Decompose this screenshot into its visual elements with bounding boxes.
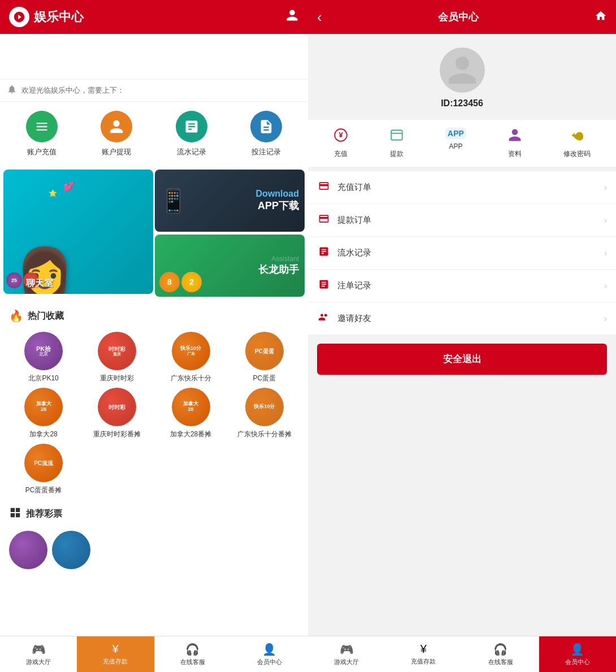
fire-icon: 🔥: [9, 309, 23, 323]
list-withdraw-order[interactable]: 提款订单 ›: [308, 204, 616, 237]
hot-section-title: 热门收藏: [28, 310, 64, 322]
right-nav-member[interactable]: 👤 会员中心: [539, 636, 616, 672]
right-nav-game-hall[interactable]: 🎮 游戏大厅: [308, 636, 385, 672]
right-content: ID:123456 ¥ 充值: [308, 34, 616, 636]
game-gd10-label: 广东快乐十分: [171, 374, 211, 383]
home-button[interactable]: [595, 10, 607, 25]
recommend-title: 推荐彩票: [26, 508, 62, 520]
flow-record-text: 流水记录: [337, 248, 597, 258]
recharge-nav-label: 充值存款: [103, 657, 128, 666]
game-sscq-label: 重庆时时彩: [100, 374, 134, 383]
qm-profile-label: 资料: [508, 149, 522, 159]
qm-password-icon: [570, 128, 584, 146]
flow-label: 流水记录: [177, 147, 206, 157]
game-pcegg[interactable]: PC蛋蛋 PC蛋蛋: [230, 332, 299, 383]
right-header: ‹ 会员中心: [308, 0, 616, 34]
right-recharge-nav-label: 充值存款: [411, 657, 436, 666]
notice-bar: 欢迎光临娱乐中心，需要上下：: [0, 79, 308, 102]
game-cqssc-pan-label: 重庆时时彩番摊: [93, 430, 141, 439]
recharge-order-icon: [317, 180, 331, 194]
right-member-label: 会员中心: [565, 658, 590, 666]
bet-label: 投注记录: [251, 147, 281, 157]
phone-graphic: 📱: [159, 188, 188, 214]
nav-member[interactable]: 👤 会员中心: [231, 636, 308, 672]
logo-text: 娱乐中心: [34, 8, 84, 25]
game-gd10-pan[interactable]: 快乐10分 广东快乐十分番摊: [230, 388, 299, 439]
nav-recharge[interactable]: ¥ 充值存款: [77, 636, 154, 672]
qm-withdraw-icon: [389, 128, 404, 146]
recommend-preview: [0, 526, 308, 574]
action-bet[interactable]: 投注记录: [250, 111, 282, 157]
game-cqssc-pan[interactable]: 时时彩 重庆时时彩番摊: [83, 388, 151, 439]
member-center-title: 会员中心: [438, 10, 479, 24]
qm-password-label: 修改密码: [563, 149, 591, 159]
right-nav-recharge[interactable]: ¥ 充值存款: [385, 636, 462, 672]
right-bottom-nav: 🎮 游戏大厅 ¥ 充值存款 🎧 在线客服 👤 会员中心: [308, 636, 616, 672]
list-recharge-order[interactable]: 充值订单 ›: [308, 171, 616, 204]
recharge-order-arrow: ›: [604, 183, 607, 193]
nav-service[interactable]: 🎧 在线客服: [154, 636, 231, 672]
game-jd28-pan[interactable]: 加拿大 28 加拿大28番摊: [157, 388, 225, 439]
user-id: ID:123456: [441, 98, 483, 109]
invite-text: 邀请好友: [337, 313, 597, 324]
qm-app[interactable]: APP APP: [445, 128, 466, 159]
game-pk10[interactable]: PK拾 北京 北京PK10: [9, 332, 78, 383]
flow-record-icon: [317, 246, 331, 260]
invite-arrow: ›: [604, 314, 607, 324]
promo-chatroom[interactable]: 👩 💕 ⭐ 25 11 聊天室: [3, 170, 153, 294]
withdraw-order-icon: [317, 213, 331, 227]
game-hall-icon: 🎮: [32, 643, 46, 656]
promo-download[interactable]: 📱 Download APP下载: [155, 170, 305, 232]
download-title-line2: APP下载: [256, 199, 299, 213]
qm-profile[interactable]: 资料: [507, 128, 522, 159]
rec-item-2[interactable]: [52, 531, 90, 569]
right-service-label: 在线客服: [488, 658, 513, 666]
service-icon: 🎧: [185, 643, 199, 656]
logout-button[interactable]: 安全退出: [317, 344, 607, 375]
member-label: 会员中心: [257, 658, 282, 666]
list-invite[interactable]: 邀请好友 ›: [308, 302, 616, 335]
qm-password[interactable]: 修改密码: [563, 128, 591, 159]
left-banner: [0, 34, 308, 79]
game-hall-label: 游戏大厅: [26, 658, 51, 666]
svg-rect-2: [391, 130, 402, 140]
action-flow[interactable]: 流水记录: [176, 111, 207, 157]
logo-icon: [9, 7, 29, 27]
notice-icon: [7, 84, 17, 97]
action-recharge[interactable]: 账户充值: [26, 111, 58, 157]
right-recharge-nav-icon: ¥: [420, 643, 427, 656]
service-label: 在线客服: [180, 658, 205, 666]
left-bottom-nav: 🎮 游戏大厅 ¥ 充值存款 🎧 在线客服 👤 会员中心: [0, 636, 308, 672]
right-game-hall-icon: 🎮: [340, 643, 354, 656]
right-screen: ‹ 会员中心 ID:123456: [308, 0, 616, 672]
nav-game-hall[interactable]: 🎮 游戏大厅: [0, 636, 77, 672]
game-sscq[interactable]: 时时彩 重庆 重庆时时彩: [83, 332, 151, 383]
promo-assistant[interactable]: 8 2 Assistant 长龙助手: [155, 235, 305, 297]
notice-text: 欢迎光临娱乐中心，需要上下：: [21, 85, 124, 96]
list-flow-record[interactable]: 流水记录 ›: [308, 237, 616, 270]
avatar-area: ID:123456: [308, 34, 616, 115]
qm-recharge[interactable]: ¥ 充值: [333, 128, 348, 159]
recharge-icon-bg: [26, 111, 58, 142]
game-jd28[interactable]: 加拿大 28 加拿大28: [9, 388, 78, 439]
right-nav-service[interactable]: 🎧 在线客服: [462, 636, 539, 672]
download-title-line1: Download: [256, 189, 299, 199]
qm-withdraw[interactable]: 提款: [389, 128, 404, 159]
left-screen: 娱乐中心 欢迎光临娱乐中心，需要上下：: [0, 0, 308, 672]
game-pcegg-pan[interactable]: PC流流 PC蛋蛋番摊: [9, 444, 78, 495]
action-withdraw[interactable]: 账户提现: [101, 111, 132, 157]
bet-record-text: 注单记录: [337, 280, 597, 291]
back-button[interactable]: ‹: [317, 8, 322, 26]
right-member-icon: 👤: [570, 643, 584, 656]
rec-item-1[interactable]: [9, 531, 47, 569]
right-service-icon: 🎧: [493, 643, 507, 656]
list-bet-record[interactable]: 注单记录 ›: [308, 270, 616, 302]
recommend-section: 推荐彩票: [0, 500, 308, 578]
qm-app-label: APP: [449, 142, 462, 150]
game-jd28-label: 加拿大28: [29, 430, 57, 439]
member-icon: 👤: [262, 643, 276, 656]
withdraw-order-text: 提款订单: [337, 215, 597, 226]
user-icon[interactable]: [285, 8, 299, 25]
qm-recharge-label: 充值: [334, 149, 348, 159]
game-gd10[interactable]: 快乐10分 广东 广东快乐十分: [157, 332, 225, 383]
